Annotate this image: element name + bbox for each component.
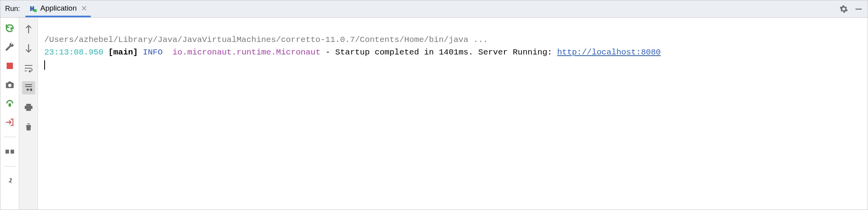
svg-rect-5 [11,150,14,154]
svg-rect-4 [5,150,9,154]
trash-icon[interactable] [22,120,35,134]
console-output[interactable]: /Users/azhebel/Library/Java/JavaVirtualM… [38,18,868,210]
micronaut-icon [29,4,37,13]
svg-rect-1 [855,9,862,10]
log-sep: - [321,48,335,57]
log-logger: io.micronaut.runtime.Micronaut [173,48,321,57]
console-toolbar [19,18,38,210]
toolbar-separator [4,137,16,137]
log-timestamp: 23:13:08.950 [44,48,103,57]
close-icon[interactable] [81,5,88,12]
pin-icon[interactable] [4,175,16,187]
server-url-link[interactable]: http://localhost:8080 [557,48,661,57]
minimize-icon[interactable] [854,4,864,14]
tab-label: Application [40,4,77,13]
print-icon[interactable] [22,101,35,114]
text-cursor [44,60,45,70]
svg-rect-6 [30,89,32,91]
gear-icon[interactable] [839,4,849,14]
svg-rect-3 [9,103,11,107]
wrench-icon[interactable] [4,41,16,53]
log-level: INFO [143,48,162,57]
run-label: Run: [0,5,25,13]
stop-button[interactable] [4,60,16,72]
exit-icon[interactable] [4,116,16,128]
svg-rect-2 [7,63,13,69]
header-right [839,4,868,14]
command-line: /Users/azhebel/Library/Java/JavaVirtualM… [44,35,488,44]
up-arrow-icon[interactable] [22,22,35,36]
log-message: Startup completed in 1401ms. Server Runn… [335,48,557,57]
rerun-button[interactable] [4,22,16,34]
left-toolbar [0,18,19,210]
camera-icon[interactable] [4,79,16,91]
run-header: Run: Application [0,0,868,18]
svg-point-0 [34,9,37,12]
tab-application[interactable]: Application [25,0,91,17]
actuator-icon[interactable] [4,98,16,109]
tab-bar: Application [25,0,91,17]
scroll-to-end-button[interactable] [22,81,35,94]
soft-wrap-icon[interactable] [22,62,35,75]
run-body: /Users/azhebel/Library/Java/JavaVirtualM… [0,18,868,210]
toolbar-separator [4,166,16,167]
down-arrow-icon[interactable] [22,42,35,55]
layout-icon[interactable] [4,146,16,158]
run-tool-window: Run: Application [0,0,868,210]
log-thread: [main] [108,48,138,57]
